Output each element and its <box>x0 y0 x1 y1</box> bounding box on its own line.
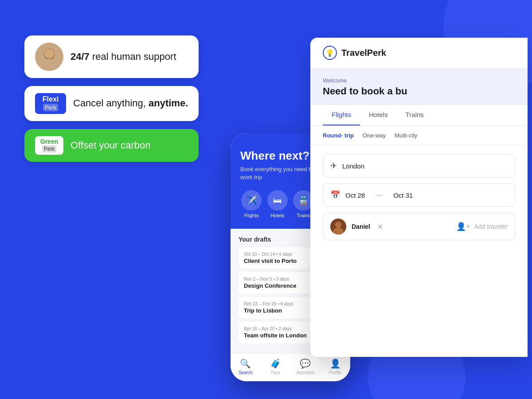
draft-1-name: Client visit to Porto <box>244 258 297 264</box>
flexi-badge-line2: Perk <box>43 104 59 111</box>
welcome-greeting: Welcome <box>323 77 515 84</box>
date-field[interactable]: 📅 Oct 28 — Oct 31 <box>323 184 515 207</box>
destination-value: London <box>342 162 364 170</box>
hotels-label: Hotels <box>270 213 284 218</box>
mobile-flights-icon[interactable]: ✈️ Flights <box>240 190 263 218</box>
green-badge-line2: Perk <box>42 145 57 153</box>
draft-2-info: Nov 2 – Nov 5 • 3 days Design Conference <box>244 277 296 289</box>
green-badge: Green Perk <box>35 136 63 155</box>
profile-nav-icon: 👤 <box>330 358 341 369</box>
add-traveler-label: Add traveler <box>474 223 508 230</box>
destination-field[interactable]: ✈ London <box>323 154 515 177</box>
brand-name: TravelPerk <box>341 48 386 58</box>
svg-point-3 <box>44 49 54 59</box>
nav-assistant[interactable]: 💬 Assistant <box>290 358 321 375</box>
tab-flights[interactable]: Flights <box>323 105 360 125</box>
svg-point-5 <box>335 222 341 228</box>
green-text: Offset your carbon <box>70 139 151 152</box>
brand-icon: 💡 <box>323 46 337 60</box>
desktop-form: ✈ London 📅 Oct 28 — Oct 31 Daniel ✕ 👤+ A… <box>310 145 528 249</box>
mobile-bottom-nav: 🔍 Search 🧳 Trips 💬 Assistant 👤 Profile <box>231 353 350 381</box>
date-separator: — <box>376 191 383 199</box>
subtab-roundtrip[interactable]: Round- trip <box>323 132 354 139</box>
desktop-app: 💡 TravelPerk Welcome Need to book a bu F… <box>310 38 528 357</box>
welcome-heading: Need to book a bu <box>323 86 515 97</box>
support-bubble: 24/7 real human support <box>24 35 199 78</box>
calendar-icon: 📅 <box>330 190 340 200</box>
draft-1-date: Oct 10 – Oct 14 • 4 days <box>244 252 297 257</box>
assistant-nav-icon: 💬 <box>300 358 311 369</box>
flights-label: Flights <box>244 213 258 218</box>
hotels-circle: 🛏 <box>267 190 288 211</box>
flexi-badge: Flexi Perk <box>35 93 66 114</box>
search-nav-icon: 🔍 <box>240 358 251 369</box>
flights-circle: ✈️ <box>241 190 262 211</box>
draft-2-date: Nov 2 – Nov 5 • 3 days <box>244 277 296 282</box>
draft-3-name: Trip to Lisbon <box>244 307 293 314</box>
desktop-subtabs: Round- trip One-way Multi-city <box>310 126 528 145</box>
profile-nav-label: Profile <box>329 370 341 375</box>
support-avatar <box>35 43 63 71</box>
trips-nav-icon: 🧳 <box>270 358 281 369</box>
search-nav-label: Search <box>239 370 253 375</box>
desktop-tabs: Flights Hotels Trains <box>310 105 528 126</box>
green-bubble: Green Perk Offset your carbon <box>24 129 199 162</box>
subtab-multicity[interactable]: Multi-city <box>395 132 417 139</box>
traveler-name: Daniel <box>352 223 370 230</box>
assistant-nav-label: Assistant <box>296 370 314 375</box>
subtab-oneway[interactable]: One-way <box>363 132 386 139</box>
desktop-welcome: Welcome Need to book a bu <box>310 68 528 105</box>
remove-traveler-button[interactable]: ✕ <box>377 223 383 231</box>
green-badge-line1: Green <box>40 138 58 145</box>
flexi-text: Cancel anything, anytime. <box>73 97 188 110</box>
desktop-topbar: 💡 TravelPerk <box>310 38 528 68</box>
mobile-hotels-icon[interactable]: 🛏 Hotels <box>266 190 289 218</box>
flexi-bubble: Flexi Perk Cancel anything, anytime. <box>24 86 199 121</box>
draft-3-date: Feb 22 – Feb 28 • 6 days <box>244 301 293 306</box>
nav-profile[interactable]: 👤 Profile <box>321 358 351 375</box>
trains-label: Trains <box>297 213 310 218</box>
date-to-value: Oct 31 <box>393 192 413 199</box>
date-from-value: Oct 28 <box>345 192 365 199</box>
tab-trains[interactable]: Trains <box>397 105 433 125</box>
add-traveler-icon: 👤+ <box>456 222 471 231</box>
nav-trips[interactable]: 🧳 Trips <box>261 358 291 375</box>
draft-1-info: Oct 10 – Oct 14 • 4 days Client visit to… <box>244 252 297 264</box>
draft-4-name: Team offsite in London <box>244 332 307 339</box>
chat-bubbles-container: 24/7 real human support Flexi Perk Cance… <box>24 35 199 162</box>
draft-4-date: Apr 18 – Apr 20 • 2 days <box>244 326 307 331</box>
flexi-badge-line1: Flexi <box>43 96 59 103</box>
tab-hotels[interactable]: Hotels <box>360 105 397 125</box>
draft-3-info: Feb 22 – Feb 28 • 6 days Trip to Lisbon <box>244 301 293 314</box>
support-text: 24/7 real human support <box>70 51 176 63</box>
draft-2-name: Design Conference <box>244 282 296 289</box>
nav-search[interactable]: 🔍 Search <box>231 358 261 375</box>
trips-nav-label: Trips <box>270 370 280 375</box>
plane-icon: ✈ <box>330 161 337 171</box>
draft-4-info: Apr 18 – Apr 20 • 2 days Team offsite in… <box>244 326 307 339</box>
add-traveler-button[interactable]: 👤+ Add traveler <box>456 222 508 231</box>
traveler-avatar <box>330 219 346 235</box>
traveler-field[interactable]: Daniel ✕ 👤+ Add traveler <box>323 213 515 240</box>
